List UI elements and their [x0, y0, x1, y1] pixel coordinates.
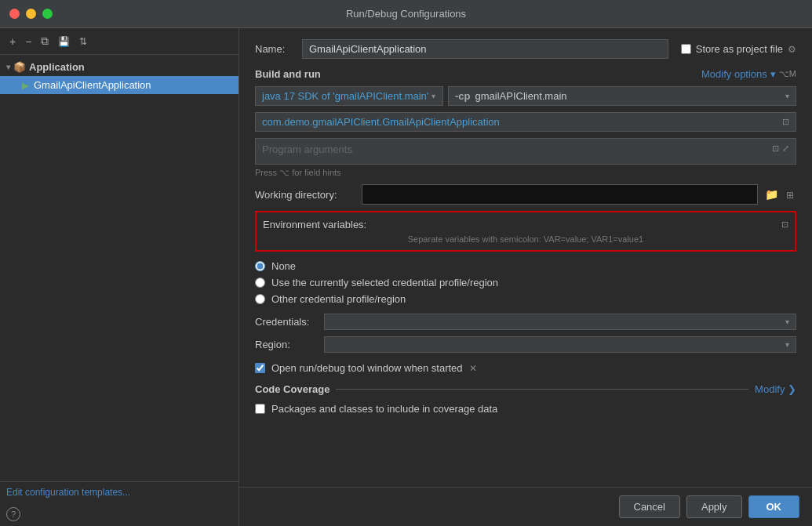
sdk-dropdown-label: java 17 SDK of 'gmailAPIClient.main': [262, 90, 428, 102]
maximize-button[interactable]: [42, 9, 53, 19]
folder-icon: 📁: [765, 188, 778, 201]
minimize-button[interactable]: [26, 9, 36, 19]
packages-row: Packages and classes to include in cover…: [255, 400, 796, 418]
modify-coverage-label: Modify ❯: [755, 383, 796, 395]
main-class-field[interactable]: com.demo.gmailAPIClient.GmailApiClientAp…: [255, 112, 796, 132]
window-controls: [9, 9, 53, 19]
code-coverage-title: Code Coverage: [255, 383, 330, 395]
radio-current-profile[interactable]: Use the currently selected credential pr…: [255, 274, 796, 291]
working-dir-icons: 📁 ⊞: [763, 187, 796, 201]
packages-label: Packages and classes to include in cover…: [271, 403, 497, 415]
app-group-icon: 📦: [13, 61, 26, 73]
store-project-label: Store as project file: [696, 43, 783, 55]
tree-item-label: GmailApiClientApplication: [34, 79, 151, 91]
shortcut-label: ⌥M: [779, 69, 796, 79]
modify-options-button[interactable]: Modify options ▾ ⌥M: [701, 68, 796, 80]
name-label: Name:: [255, 43, 302, 55]
fullscreen-icon: ⤢: [782, 143, 789, 154]
content-scroll: Name: Store as project file ⚙ Build and …: [239, 28, 812, 487]
sidebar-tree: ▾ 📦 Application ▶ GmailApiClientApplicat…: [0, 55, 239, 271]
env-vars-input[interactable]: [377, 216, 777, 233]
close-icon[interactable]: ✕: [469, 363, 477, 374]
field-hints: Press ⌥ for field hints: [255, 168, 796, 178]
region-label: Region:: [255, 339, 318, 350]
gear-icon: ⚙: [788, 44, 796, 55]
chevron-down-icon: ▾: [785, 317, 789, 326]
radio-none[interactable]: None: [255, 258, 796, 274]
tree-group-application[interactable]: ▾ 📦 Application: [0, 58, 239, 76]
coverage-modify-button[interactable]: Modify ❯: [755, 383, 796, 395]
folder-browse-button[interactable]: 📁: [763, 187, 781, 201]
packages-checkbox[interactable]: [255, 404, 265, 414]
cp-prefix: -cp: [455, 90, 471, 102]
program-args-area[interactable]: Program arguments ⊡ ⤢: [255, 138, 796, 165]
run-icon: ▶: [22, 80, 29, 91]
expand-icon: ⊡: [782, 117, 789, 127]
open-toolwindow-checkbox[interactable]: [255, 363, 265, 373]
args-icons: ⊡ ⤢: [772, 143, 789, 154]
move-config-button[interactable]: ⇅: [76, 34, 90, 49]
save-config-button[interactable]: 💾: [55, 34, 73, 49]
credentials-row: Credentials: ▾: [255, 314, 796, 330]
radio-current-input[interactable]: [255, 278, 265, 288]
footer-bar: Cancel Apply OK: [239, 487, 812, 526]
region-dropdown[interactable]: ▾: [324, 336, 796, 353]
radio-none-input[interactable]: [255, 261, 265, 271]
copy-config-button[interactable]: ⧉: [38, 33, 52, 49]
store-project-row: Store as project file ⚙: [681, 43, 796, 55]
env-vars-row: Environment variables: ⊡: [263, 216, 788, 233]
ok-button[interactable]: OK: [748, 495, 800, 518]
expand-icon: ⊡: [772, 143, 779, 154]
chevron-down-icon: ▾: [785, 340, 789, 349]
cp-value: gmailAPIClient.main: [475, 90, 786, 102]
plus-icon: +: [9, 35, 16, 48]
code-coverage-section: Code Coverage Modify ❯ Packages and clas…: [255, 383, 796, 418]
open-toolwindow-row: Open run/debug tool window when started …: [255, 359, 796, 377]
edit-templates-link[interactable]: Edit configuration templates...: [6, 487, 130, 498]
radio-other-label: Other credential profile/region: [271, 293, 406, 305]
cp-field[interactable]: -cp gmailAPIClient.main ▾: [448, 86, 796, 106]
build-run-title: Build and run: [255, 68, 321, 80]
tree-item-gmail-app[interactable]: ▶ GmailApiClientApplication: [0, 76, 239, 94]
apply-button[interactable]: Apply: [686, 495, 742, 518]
minus-icon: −: [25, 35, 31, 48]
radio-other-profile[interactable]: Other credential profile/region: [255, 291, 796, 307]
name-row: Name: Store as project file ⚙: [255, 39, 796, 59]
modify-options-label: Modify options: [701, 68, 767, 80]
add-config-button[interactable]: +: [6, 34, 19, 49]
sdk-dropdown[interactable]: java 17 SDK of 'gmailAPIClient.main' ▾: [255, 86, 443, 106]
chevron-down-icon: ▾: [770, 68, 776, 80]
code-coverage-header: Code Coverage Modify ❯: [255, 383, 796, 395]
program-args-placeholder: Program arguments: [262, 143, 352, 155]
credentials-label: Credentials:: [255, 316, 318, 328]
working-dir-field[interactable]: [362, 184, 758, 205]
chevron-down-icon: ▾: [431, 92, 435, 100]
sdk-row: java 17 SDK of 'gmailAPIClient.main' ▾ -…: [255, 86, 796, 106]
tree-group-label: Application: [29, 61, 85, 73]
sidebar-toolbar: + − ⧉ 💾 ⇅: [0, 28, 239, 55]
env-vars-label: Environment variables:: [263, 219, 373, 230]
sidebar: + − ⧉ 💾 ⇅ ▾ 📦 Application ▶ Gmai: [0, 28, 239, 526]
working-dir-row: Working directory: 📁 ⊞: [255, 184, 796, 205]
store-project-checkbox[interactable]: [681, 44, 691, 54]
close-button[interactable]: [9, 9, 20, 19]
store-project-area: Store as project file ⚙: [681, 43, 796, 55]
radio-other-input[interactable]: [255, 294, 265, 304]
open-toolwindow-label: Open run/debug tool window when started: [271, 362, 463, 374]
radio-current-label: Use the currently selected credential pr…: [271, 277, 498, 288]
name-input[interactable]: [302, 39, 668, 59]
cancel-button[interactable]: Cancel: [619, 495, 680, 518]
help-area: ?: [0, 502, 239, 526]
radio-none-label: None: [271, 260, 296, 272]
remove-config-button[interactable]: −: [22, 34, 35, 49]
working-dir-label: Working directory:: [255, 189, 357, 201]
variables-button[interactable]: ⊞: [784, 187, 796, 201]
chevron-down-icon: ▾: [785, 92, 789, 100]
var-icon: ⊞: [786, 190, 794, 201]
credentials-dropdown[interactable]: ▾: [324, 314, 796, 330]
main-class-label: com.demo.gmailAPIClient.GmailApiClientAp…: [262, 116, 500, 128]
help-icon[interactable]: ?: [6, 507, 20, 521]
region-row: Region: ▾: [255, 336, 796, 353]
expand-icon: ⊡: [781, 219, 788, 230]
main-layout: + − ⧉ 💾 ⇅ ▾ 📦 Application ▶ Gmai: [0, 28, 812, 526]
